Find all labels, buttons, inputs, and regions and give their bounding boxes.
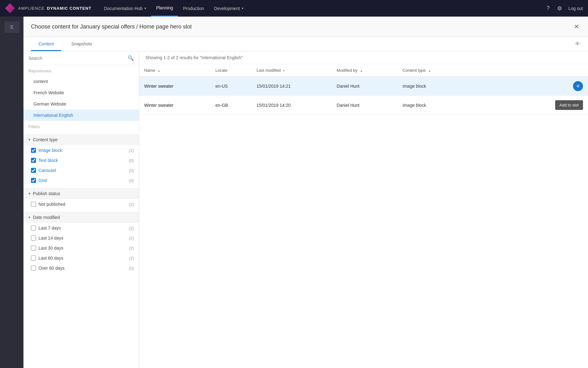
table-header-row: Name ▲ Locale Last modified bbox=[139, 64, 588, 77]
col-content-type[interactable]: Content type ▲ bbox=[398, 64, 468, 77]
chevron-icon: ▾ bbox=[28, 191, 30, 196]
filter-image-block-checkbox[interactable] bbox=[31, 148, 36, 153]
filter-grid: Grid (0) bbox=[23, 175, 139, 185]
cell-content-type: Image block bbox=[398, 96, 468, 115]
search-input[interactable] bbox=[28, 56, 128, 61]
sort-desc-icon: ▾ bbox=[283, 69, 285, 72]
filter-not-published: Not published (2) bbox=[23, 199, 139, 209]
modal-overlay: Choose content for January special offer… bbox=[23, 17, 588, 368]
search-icon: 🔍 bbox=[128, 55, 134, 61]
content-panels: Edition 1 slot i... Hom... Choose conten… bbox=[23, 32, 588, 368]
filter-carousel: Carousel (0) bbox=[23, 165, 139, 175]
content-type-filter-header[interactable]: ▾ Content type bbox=[23, 134, 139, 145]
search-bar: 🔍 bbox=[23, 51, 139, 65]
gear-icon: ⚙ bbox=[557, 5, 562, 12]
tab-content[interactable]: Content bbox=[31, 37, 61, 51]
filter-grid-checkbox[interactable] bbox=[31, 178, 36, 183]
filter-last-60-days-checkbox[interactable] bbox=[31, 256, 36, 261]
sort-asc-icon: ▲ bbox=[157, 69, 160, 72]
col-actions bbox=[468, 64, 588, 77]
results-header: Showing 1-2 of 2 results for "Internatio… bbox=[139, 51, 588, 64]
cell-action: Add to slot bbox=[468, 96, 588, 115]
chevron-down-icon: ▾ bbox=[242, 7, 243, 10]
filter-sidebar: 🔍 Repositories content French Website Ge… bbox=[23, 51, 139, 368]
cell-locale: en-GB bbox=[210, 96, 252, 115]
results-area: Showing 1-2 of 2 results for "Internatio… bbox=[139, 51, 588, 368]
tab-snapshots[interactable]: Snapshots bbox=[64, 37, 99, 51]
filter-last-30-days-checkbox[interactable] bbox=[31, 246, 36, 251]
eye-icon: 👁 bbox=[575, 41, 580, 47]
col-locale[interactable]: Locale bbox=[210, 64, 252, 77]
sort-asc-icon: ▲ bbox=[428, 69, 431, 72]
date-modified-filter: ▾ Date modified Last 7 days (2) bbox=[23, 212, 139, 273]
content-table: Name ▲ Locale Last modified bbox=[139, 64, 588, 115]
filter-last-14-days: Last 14 days (2) bbox=[23, 233, 139, 243]
sort-asc-icon: ▲ bbox=[360, 69, 363, 72]
nav-item-documentation-hub[interactable]: Documentation Hub ▾ bbox=[99, 0, 151, 17]
table-row: Winter sweater en-GB 15/01/2019 14:20 Da… bbox=[139, 96, 588, 115]
date-modified-filter-header[interactable]: ▾ Date modified bbox=[23, 212, 139, 223]
brand-logo-icon bbox=[5, 3, 15, 13]
filter-text-block: Text block (0) bbox=[23, 155, 139, 165]
publish-status-filter: ▾ Publish status Not published (2) bbox=[23, 188, 139, 209]
chevron-icon: ▾ bbox=[28, 137, 30, 142]
content-type-filter: ▾ Content type Image block (2) bbox=[23, 134, 139, 185]
main-layout: ☰ Planning Edition 1 slot i... Hom... Ch… bbox=[0, 17, 588, 368]
repositories-section-title: Repositories bbox=[23, 65, 139, 76]
col-name[interactable]: Name ▲ bbox=[139, 64, 210, 77]
repo-item-international-english[interactable]: International English bbox=[23, 110, 139, 121]
modal-tabs: Content Snapshots 👁 bbox=[23, 37, 588, 51]
nav-items: Documentation Hub ▾ Planning Production … bbox=[99, 0, 545, 17]
eye-button[interactable]: 👁 bbox=[575, 41, 580, 47]
repo-item-french[interactable]: French Website bbox=[23, 87, 139, 98]
filter-text-block-checkbox[interactable] bbox=[31, 158, 36, 163]
filter-last-14-days-checkbox[interactable] bbox=[31, 236, 36, 241]
sidebar-button[interactable]: ☰ bbox=[4, 22, 19, 33]
modal: Choose content for January special offer… bbox=[23, 17, 588, 368]
left-sidebar: ☰ bbox=[0, 17, 23, 368]
filter-last-7-days-checkbox[interactable] bbox=[31, 225, 36, 231]
filters-section-title: Filters bbox=[23, 121, 139, 132]
cell-locale: en-US bbox=[210, 77, 252, 96]
top-nav: AMPLIENCE DYNAMIC CONTENT Documentation … bbox=[0, 0, 588, 17]
brand: AMPLIENCE DYNAMIC CONTENT bbox=[5, 3, 91, 13]
cell-last-modified: 15/01/2019 14:21 bbox=[251, 77, 332, 96]
modal-title: Choose content for January special offer… bbox=[31, 23, 192, 30]
filter-over-60-days-checkbox[interactable] bbox=[31, 266, 36, 271]
modal-header: Choose content for January special offer… bbox=[23, 17, 588, 37]
repo-item-content[interactable]: content bbox=[23, 76, 139, 87]
cell-last-modified: 15/01/2019 14:20 bbox=[251, 96, 332, 115]
filter-last-7-days: Last 7 days (2) bbox=[23, 223, 139, 233]
nav-item-production[interactable]: Production bbox=[178, 0, 209, 17]
filter-over-60-days: Over 60 days (0) bbox=[23, 263, 139, 273]
nav-item-planning[interactable]: Planning bbox=[151, 0, 178, 17]
col-last-modified[interactable]: Last modified ▾ bbox=[251, 64, 332, 77]
brand-amplience: AMPLIENCE bbox=[18, 6, 44, 11]
help-icon: ? bbox=[546, 5, 550, 11]
add-button[interactable]: + bbox=[573, 81, 583, 91]
cell-name: Winter sweater bbox=[139, 77, 210, 96]
cell-name: Winter sweater bbox=[139, 96, 210, 115]
filter-image-block: Image block (2) bbox=[23, 145, 139, 155]
action-cell: Add to slot bbox=[473, 100, 583, 110]
cell-modified-by: Daniel Hunt bbox=[332, 77, 398, 96]
filter-carousel-checkbox[interactable] bbox=[31, 168, 36, 173]
publish-status-filter-header[interactable]: ▾ Publish status bbox=[23, 188, 139, 199]
logout-button[interactable]: Log out bbox=[568, 6, 583, 11]
cell-action: + bbox=[468, 77, 588, 96]
nav-item-development[interactable]: Development ▾ bbox=[209, 0, 248, 17]
settings-button[interactable]: ⚙ bbox=[556, 4, 563, 13]
chevron-icon: ▾ bbox=[28, 215, 30, 220]
add-to-slot-button[interactable]: Add to slot bbox=[555, 100, 583, 110]
table-row: Winter sweater en-US 15/01/2019 14:21 Da… bbox=[139, 77, 588, 96]
chevron-down-icon: ▾ bbox=[144, 7, 146, 10]
cell-content-type: Image block bbox=[398, 77, 468, 96]
modal-close-button[interactable]: ✕ bbox=[573, 22, 580, 32]
filter-not-published-checkbox[interactable] bbox=[31, 202, 36, 207]
col-modified-by[interactable]: Modified by ▲ bbox=[332, 64, 398, 77]
filter-last-30-days: Last 30 days (2) bbox=[23, 243, 139, 253]
help-button[interactable]: ? bbox=[545, 4, 551, 13]
main-content: Planning Edition 1 slot i... Hom... Choo… bbox=[23, 17, 588, 368]
action-cell: + bbox=[473, 81, 583, 91]
repo-item-german[interactable]: German Website bbox=[23, 98, 139, 110]
